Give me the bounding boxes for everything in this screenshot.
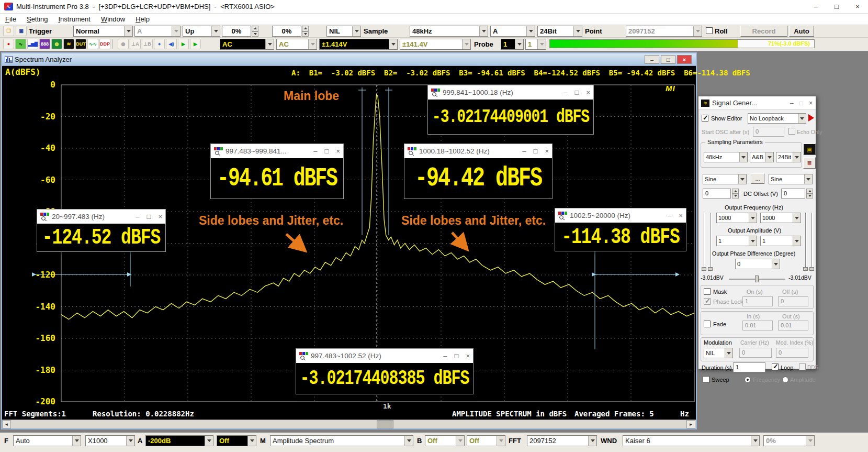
frequency-axis-dropdown[interactable]: Auto (13, 435, 81, 446)
range-b-dropdown[interactable]: ±141.4V (400, 39, 471, 50)
run-stop-icon[interactable]: ● (3, 39, 14, 49)
balance-slider-thumb[interactable] (755, 275, 759, 282)
ddp-close-button[interactable]: × (679, 212, 683, 219)
coupling-b-dropdown[interactable]: AC (276, 39, 317, 50)
siggen-minimize-button[interactable]: – (790, 100, 794, 107)
probe-calibration-icon[interactable]: ⌖ (154, 39, 165, 49)
close-button[interactable]: × (847, 0, 868, 14)
duration-field[interactable]: 1 (733, 362, 765, 372)
wave-library-button[interactable]: ... (751, 173, 764, 184)
siggen-channels-dropdown[interactable]: A&B (750, 152, 774, 162)
fade-out-field[interactable]: 0.01 (778, 321, 808, 330)
mask-on-field[interactable]: 1 (742, 296, 773, 306)
oscilloscope-icon[interactable]: ∿ (15, 39, 26, 49)
sound-output-icon[interactable]: ◀) (166, 39, 177, 49)
waveform-a-dropdown[interactable]: Sine (703, 174, 747, 184)
trigger-source-dropdown[interactable]: A (134, 26, 181, 37)
phase-lock-checkbox[interactable] (704, 298, 711, 305)
mask-off-field[interactable]: 0 (778, 296, 808, 306)
ddp-titlebar[interactable]: 1002.5~20000 (Hz) –× (555, 208, 686, 223)
ddp-window-high-band[interactable]: 1002.5~20000 (Hz) –× -114.38 dBFS (555, 208, 686, 251)
siggen-multitone-icon[interactable]: ≣ (803, 157, 816, 169)
amplitude-b-dropdown[interactable]: 1 (760, 236, 801, 246)
siggen-rate-dropdown[interactable]: 48kHz (704, 152, 748, 162)
trigger-edge-dropdown[interactable]: Up (183, 26, 220, 37)
amplitude-slider-b2[interactable] (811, 213, 813, 271)
ddp-maximize-button[interactable]: □ (325, 147, 329, 155)
show-editor-checkbox[interactable] (702, 115, 708, 122)
fade-in-field[interactable]: 0.01 (742, 321, 773, 330)
frequency-a-dropdown[interactable]: 1000 (716, 213, 757, 223)
signal-generator-titlebar[interactable]: ≋ Signal Gener... – □ × (698, 96, 816, 110)
fade-checkbox[interactable] (704, 321, 711, 327)
siggen-bits-dropdown[interactable]: 24Bit (776, 152, 801, 162)
ddp-minimize-button[interactable]: – (313, 147, 317, 155)
slider-handle[interactable] (803, 267, 808, 271)
scroll-right-icon[interactable]: ► (686, 420, 695, 428)
ddp-array-viewer-icon[interactable]: DDP (99, 39, 110, 49)
a-range-dropdown[interactable]: -200dB (145, 435, 213, 446)
spectrum-minimize-button[interactable]: – (645, 55, 659, 64)
sample-bits-dropdown[interactable]: 24Bit (537, 26, 582, 37)
range-a-dropdown[interactable]: ±1.414V (319, 39, 398, 50)
ddp-minimize-button[interactable]: – (522, 147, 526, 155)
spectrum-analyzer-icon[interactable]: ▂▅▇ (27, 39, 38, 49)
amplitude-a-dropdown[interactable]: 1 (716, 236, 757, 246)
start-osc-field[interactable]: 0 (753, 127, 784, 137)
ddp-close-button[interactable]: × (158, 213, 162, 221)
slider-handle[interactable] (809, 267, 814, 271)
b-range-dropdown[interactable]: Off (425, 435, 465, 446)
auto-button[interactable]: Auto (789, 26, 814, 37)
loop-checkbox[interactable] (772, 363, 779, 370)
sweep-frequency-radio[interactable] (745, 377, 751, 383)
a-reference-dropdown[interactable]: Off (217, 435, 256, 446)
ddp-titlebar[interactable]: 997.483~1002.52 (Hz) –□× (296, 349, 473, 363)
spectrum-close-button[interactable]: × (677, 55, 692, 64)
ddp-maximize-button[interactable]: □ (455, 352, 459, 360)
menu-help[interactable]: Help (130, 15, 155, 23)
ddp-minimize-button[interactable]: – (563, 89, 567, 96)
ddp-window-main-lobe-band[interactable]: 997.483~1002.52 (Hz) –□× -3.02174408385 … (296, 348, 474, 394)
ddp-titlebar[interactable]: 20~997.483 (Hz) –□× (37, 210, 165, 224)
ddp-maximize-button[interactable]: □ (575, 89, 579, 96)
ddp-close-button[interactable]: × (545, 147, 549, 155)
ddp-maximize-button[interactable]: □ (534, 147, 538, 155)
overlap-dropdown[interactable]: 0% (763, 435, 815, 446)
window-function-dropdown[interactable]: Kaiser 6 (623, 435, 760, 446)
multimeter-icon[interactable]: 888 (39, 39, 50, 49)
derived-data-point-icon[interactable]: ∿∿ (87, 39, 98, 49)
trigger-level-spinner[interactable]: 0% (222, 26, 258, 37)
play-icon[interactable]: ▶ (178, 39, 189, 49)
probe-b-dropdown[interactable]: 1 (525, 39, 546, 50)
signal-generator-icon[interactable]: ≋ (63, 39, 74, 49)
scroll-left-icon[interactable]: ◄ (2, 420, 11, 428)
ddp-window-right-sidelobe[interactable]: 1000.18~1002.52 (Hz) –□× -94.42 dBFS (404, 144, 553, 199)
record-button[interactable]: Record (740, 26, 787, 37)
dc-offset-a-field[interactable]: 0 (703, 189, 731, 199)
sample-rate-dropdown[interactable]: 48kHz (410, 26, 488, 37)
ddp-window-left-sidelobe[interactable]: 997.483~999.841... –□× -94.61 dBFS (210, 144, 344, 199)
ddp-close-button[interactable]: × (586, 89, 590, 96)
hpf-dropdown[interactable]: NIL (326, 26, 361, 37)
trigger-delay-spinner[interactable]: 0% (272, 26, 309, 37)
dc-offset-b-field[interactable]: 0 (781, 189, 805, 199)
maximize-button[interactable]: □ (826, 0, 847, 14)
echo-only-checkbox[interactable] (788, 128, 795, 135)
ddp-minimize-button[interactable]: – (443, 352, 447, 360)
slider-handle[interactable] (702, 267, 706, 271)
ddp-window-low-band[interactable]: 20~997.483 (Hz) –□× -124.52 dBFS (37, 209, 166, 252)
record-length-dropdown[interactable]: 2097152 (626, 26, 702, 37)
amplitude-slider-a2[interactable] (710, 213, 712, 271)
siggen-close-button[interactable]: × (809, 100, 813, 107)
horizontal-scrollbar[interactable]: ◄ ► (2, 420, 696, 428)
siggen-save-icon[interactable]: ▣ (803, 144, 816, 155)
menu-window[interactable]: Window (96, 15, 130, 23)
trigger-mode-dropdown[interactable]: Normal (73, 26, 133, 37)
modulation-type-dropdown[interactable]: NIL (704, 348, 733, 358)
calibration-a-icon[interactable]: ⊥A (130, 39, 141, 49)
amplitude-slider-a1[interactable] (704, 213, 705, 271)
probe-a-dropdown[interactable]: 1 (501, 39, 524, 50)
menu-setting[interactable]: Setting (21, 15, 53, 23)
play-loop-icon[interactable]: ▶ (190, 39, 201, 49)
spectrum-titlebar[interactable]: Spectrum Analyzer – □ × (2, 53, 696, 66)
